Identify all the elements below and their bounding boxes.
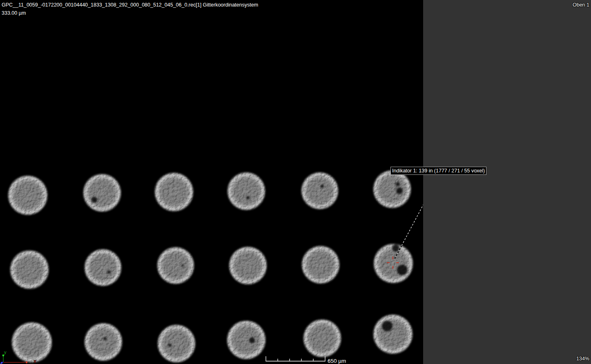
particle-layer [8,170,413,362]
z-axis-dot [1,362,2,364]
particle-pore [396,182,400,186]
scale-bar: 650 µm [266,356,346,364]
ct-particle [374,244,413,283]
particle-pore [91,197,97,203]
secondary-viewport[interactable]: Oben 1 134% [423,0,591,364]
particle-pore [397,265,408,275]
particle-pore [246,196,250,199]
particle-pore [181,264,184,267]
particle-pore [168,344,172,347]
ct-particle [10,250,49,289]
ct-particle [229,247,267,284]
y-axis-dot [2,355,4,357]
ct-particle [303,319,341,357]
x-axis-label: x [34,359,36,364]
y-axis-label: y [4,350,7,355]
particle-pore [321,185,324,188]
ct-particle [12,322,52,362]
zoom-level-label: 134% [576,356,589,362]
ct-particle [155,173,193,211]
slice-render-canvas: 650 µm y x [0,0,423,364]
ct-particle [8,176,47,215]
scale-bar-label: 650 µm [328,358,346,364]
particle-pore [392,244,399,252]
ct-particle [373,170,411,208]
vg-viewer-window: { "header": { "dataset_title": "GPC__11_… [0,0,591,364]
ct-particle [83,174,121,212]
ct-particle [158,325,195,362]
particle-pore [103,337,107,340]
ct-particle [157,247,194,284]
particle-pore [396,188,403,194]
ct-particle [227,172,265,210]
ct-particle [85,323,122,361]
particle-pore [249,337,255,343]
x-axis-dot [26,362,28,364]
ct-particle [301,172,338,209]
ct-particle [85,249,121,286]
particle-pore [107,270,111,274]
ct-particle [227,321,265,359]
particle-pore [382,321,393,331]
view-orientation-label: Oben 1 [573,2,589,8]
ct-particle [373,315,413,354]
slice-viewport[interactable]: 650 µm y x GPC__11_0059_-0172200_0010444… [0,0,423,364]
ct-particle [302,246,339,284]
indicator-tooltip: Indikator 1: 139 in (1777 / 271 / 55 vox… [390,167,486,175]
